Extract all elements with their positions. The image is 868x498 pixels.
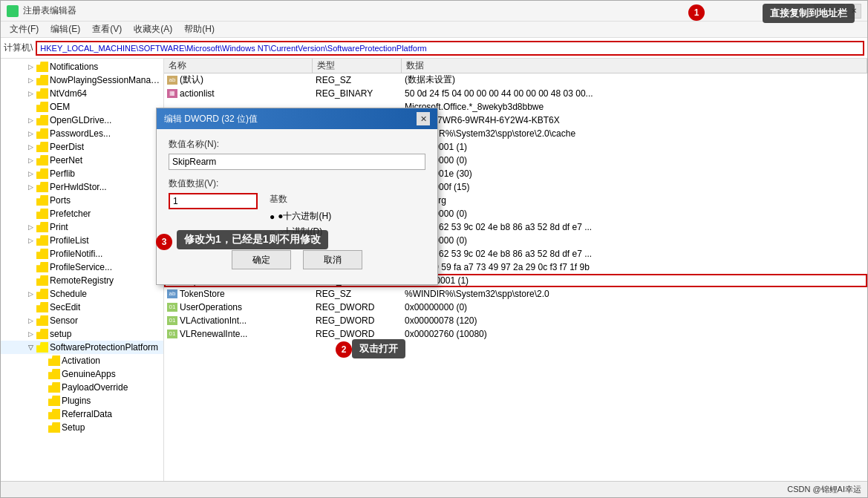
toggle-ntvdm64[interactable]: ▷ bbox=[25, 88, 36, 99]
folder-icon-notifications bbox=[36, 62, 48, 72]
value-row-vlactivation[interactable]: 01 VLActivationInt... REG_DWORD 0x000000… bbox=[164, 314, 867, 327]
toggle-peerdist[interactable]: ▷ bbox=[25, 141, 36, 153]
value-row-useroperations[interactable]: 01 UserOperations REG_DWORD 0x00000000 (… bbox=[164, 301, 867, 314]
dialog-data-input[interactable] bbox=[169, 193, 258, 209]
toggle-oem[interactable] bbox=[25, 101, 36, 113]
toggle-genuineapps[interactable] bbox=[36, 368, 48, 380]
tree-item-schedule[interactable]: ▷ Schedule bbox=[1, 287, 163, 301]
tree-item-password[interactable]: ▷ PasswordLes... bbox=[1, 127, 163, 140]
toggle-notifications[interactable]: ▷ bbox=[25, 61, 36, 73]
menu-favorites[interactable]: 收藏夹(A) bbox=[128, 22, 178, 37]
toggle-profileservice[interactable] bbox=[25, 261, 36, 273]
tree-item-plugins[interactable]: Plugins bbox=[1, 394, 163, 407]
close-button[interactable]: ✕ bbox=[846, 4, 861, 19]
tree-label-remoteregistry: RemoteRegistry bbox=[50, 275, 114, 286]
minimize-button[interactable]: ─ bbox=[814, 4, 829, 19]
tree-item-oem[interactable]: OEM bbox=[1, 100, 163, 114]
val-data-8: 0x0000000f (15) bbox=[402, 182, 867, 192]
col-header-name[interactable]: 名称 bbox=[164, 59, 313, 73]
menu-file[interactable]: 文件(F) bbox=[4, 22, 45, 37]
tree-item-setup[interactable]: ▷ setup bbox=[1, 327, 163, 341]
tree-item-notifications[interactable]: ▷ Notifications bbox=[1, 60, 163, 73]
dialog-ok-button[interactable]: 确定 bbox=[232, 250, 291, 269]
col-header-type[interactable]: 类型 bbox=[313, 59, 402, 73]
address-input[interactable] bbox=[36, 41, 864, 56]
toggle-payloadoverride[interactable] bbox=[36, 381, 48, 393]
toggle-profilenotifi[interactable] bbox=[25, 248, 36, 260]
toggle-remoteregistry[interactable] bbox=[25, 275, 36, 286]
tree-label-activation: Activation bbox=[62, 356, 100, 366]
dialog-dec-option[interactable]: ○ ○十进制(D) bbox=[270, 226, 425, 238]
tree-item-payloadoverride[interactable]: PayloadOverride bbox=[1, 381, 163, 394]
toggle-print[interactable]: ▷ bbox=[25, 221, 36, 233]
toggle-peernet[interactable]: ▷ bbox=[25, 154, 36, 166]
dialog-name-input[interactable] bbox=[169, 154, 425, 170]
dialog-close-button[interactable]: ✕ bbox=[417, 112, 430, 125]
toggle-prefetcher[interactable] bbox=[25, 208, 36, 220]
value-row-vlrenewal[interactable]: 01 VLRenewalInte... REG_DWORD 0x00002760… bbox=[164, 327, 867, 341]
toggle-perflib[interactable]: ▷ bbox=[25, 168, 36, 180]
toggle-plugins[interactable] bbox=[36, 395, 48, 407]
menu-help[interactable]: 帮助(H) bbox=[178, 22, 221, 37]
toggle-softwareprotection[interactable]: ▽ bbox=[25, 341, 36, 353]
toggle-password[interactable]: ▷ bbox=[25, 128, 36, 140]
tree-item-ntvdm64[interactable]: ▷ NtVdm64 bbox=[1, 87, 163, 100]
dialog-base-label: 基数 bbox=[270, 193, 425, 206]
tree-item-softwareprotection[interactable]: ▽ SoftwareProtectionPlatform bbox=[1, 341, 163, 354]
col-header-data[interactable]: 数据 bbox=[402, 59, 867, 73]
folder-icon-profilenotifi bbox=[36, 249, 48, 259]
tree-item-ports[interactable]: Ports bbox=[1, 194, 163, 207]
tree-item-nowplaying[interactable]: ▷ NowPlayingSessionManager bbox=[1, 73, 163, 87]
val-data-10: 0x00000000 (0) bbox=[402, 209, 867, 219]
toggle-setup2[interactable] bbox=[36, 422, 48, 433]
tree-item-perflib[interactable]: ▷ Perflib bbox=[1, 167, 163, 180]
tree-item-setup2[interactable]: Setup bbox=[1, 421, 163, 434]
tree-label-setup2: Setup bbox=[62, 422, 85, 433]
dialog-hex-option[interactable]: ● ●十六进制(H) bbox=[270, 210, 425, 223]
menu-view[interactable]: 查看(V) bbox=[86, 22, 128, 37]
tree-item-perhwid[interactable]: ▷ PerHwldStor... bbox=[1, 180, 163, 194]
folder-icon-payloadoverride bbox=[48, 382, 60, 393]
toggle-perhwid[interactable]: ▷ bbox=[25, 181, 36, 193]
reg-icon-vlrenewal: 01 bbox=[167, 330, 177, 338]
tree-item-peerdist[interactable]: ▷ PeerDist bbox=[1, 140, 163, 154]
tree-item-secedit[interactable]: SecEdit bbox=[1, 301, 163, 314]
tree-item-sensor[interactable]: ▷ Sensor bbox=[1, 314, 163, 327]
toggle-activation[interactable] bbox=[36, 355, 48, 367]
toggle-schedule[interactable]: ▷ bbox=[25, 288, 36, 300]
menu-edit[interactable]: 编辑(E) bbox=[45, 22, 86, 37]
maximize-button[interactable]: □ bbox=[830, 4, 845, 19]
tree-label-setup: setup bbox=[50, 329, 71, 339]
val-data-useroperations: 0x00000000 (0) bbox=[402, 302, 867, 312]
tree-item-genuineapps[interactable]: GenuineApps bbox=[1, 367, 163, 381]
val-data-noexpiration: 0x00000000 (0) bbox=[402, 235, 867, 246]
toggle-nowplaying[interactable]: ▷ bbox=[25, 74, 36, 86]
tree-item-prefetcher[interactable]: Prefetcher bbox=[1, 207, 163, 220]
tree-label-oem: OEM bbox=[50, 102, 70, 112]
val-data-servicesession: 32 d1 c9 59 fa a7 73 49 97 2a 29 0c f3 f… bbox=[402, 262, 867, 272]
dec-radio-icon: ○ bbox=[270, 227, 275, 237]
tree-item-print[interactable]: ▷ Print bbox=[1, 220, 163, 234]
toggle-ports[interactable] bbox=[25, 194, 36, 206]
toggle-secedit[interactable] bbox=[25, 301, 36, 313]
tree-item-profileservice[interactable]: ProfileService... bbox=[1, 261, 163, 274]
tree-item-referraldata[interactable]: ReferralData bbox=[1, 407, 163, 421]
value-row-default[interactable]: ab (默认) REG_SZ (数据未设置) bbox=[164, 73, 867, 87]
toggle-sensor[interactable]: ▷ bbox=[25, 315, 36, 327]
val-type-tokenstore: REG_SZ bbox=[313, 289, 402, 299]
toggle-setup[interactable]: ▷ bbox=[25, 328, 36, 340]
value-row-tokenstore[interactable]: ab TokenStore REG_SZ %WINDIR%\System32\s… bbox=[164, 287, 867, 301]
dialog-cancel-button[interactable]: 取消 bbox=[303, 250, 362, 269]
value-row-actionlist[interactable]: ▦ actionlist REG_BINARY 50 0d 24 f5 04 0… bbox=[164, 87, 867, 100]
val-data-6: 0x00000000 (0) bbox=[402, 155, 867, 166]
tree-item-remoteregistry[interactable]: RemoteRegistry bbox=[1, 274, 163, 287]
tree-item-profilelist[interactable]: ▷ ProfileList bbox=[1, 234, 163, 247]
toggle-profilelist[interactable]: ▷ bbox=[25, 235, 36, 246]
tree-item-activation[interactable]: Activation bbox=[1, 354, 163, 367]
toggle-opengl[interactable]: ▷ bbox=[25, 114, 36, 126]
folder-icon-profileservice bbox=[36, 262, 48, 272]
tree-item-opengl[interactable]: ▷ OpenGLDrive... bbox=[1, 114, 163, 127]
toggle-referraldata[interactable] bbox=[36, 408, 48, 420]
tree-item-profilenotifi[interactable]: ProfileNotifi... bbox=[1, 247, 163, 261]
tree-item-peernet[interactable]: ▷ PeerNet bbox=[1, 154, 163, 167]
